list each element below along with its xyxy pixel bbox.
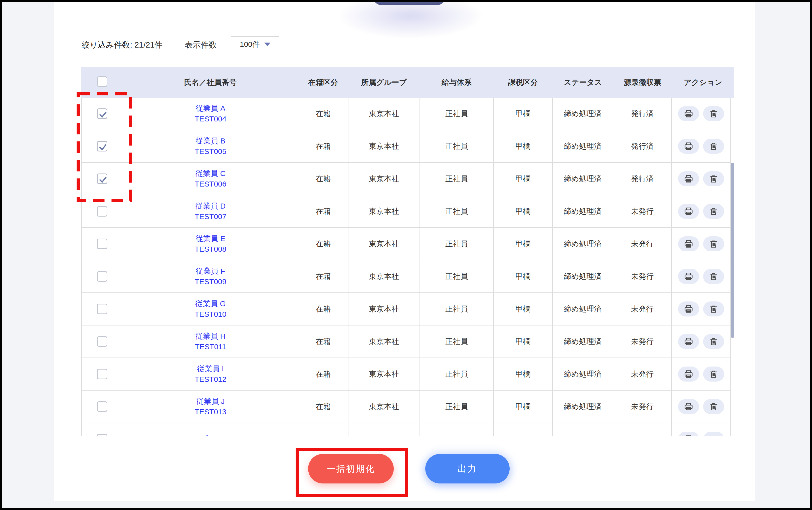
row-checkbox[interactable] <box>97 304 107 314</box>
employee-name-link[interactable]: 従業員 H <box>196 331 226 341</box>
enrollment-cell: 在籍 <box>298 325 348 358</box>
trash-icon <box>709 174 718 183</box>
print-button[interactable] <box>678 204 699 219</box>
employee-code-link[interactable]: TEST010 <box>195 309 227 319</box>
row-checkbox[interactable] <box>97 206 107 217</box>
salary-system-cell: 正社員 <box>420 97 494 130</box>
print-button[interactable] <box>678 302 699 316</box>
table-body: 従業員 A TEST004 在籍 東京本社 正社員 甲欄 締め処理済 発行済 <box>81 97 734 436</box>
withholding-cell: 発行済 <box>613 97 672 130</box>
delete-button[interactable] <box>703 106 724 121</box>
page-size-value: 100件 <box>240 39 260 50</box>
column-header: 在籍区分 <box>298 77 348 88</box>
employee-code-link[interactable]: TEST011 <box>195 341 226 352</box>
employee-table: 氏名／社員番号在籍区分所属グループ給与体系課税区分ステータス源泉徴収票アクション… <box>81 67 734 436</box>
salary-system-cell: 正社員 <box>420 195 494 227</box>
delete-button[interactable] <box>703 269 724 284</box>
employee-name-link[interactable]: 従業員 D <box>196 201 226 211</box>
page-size-dropdown[interactable]: 100件 <box>231 36 279 52</box>
row-checkbox[interactable] <box>97 173 107 184</box>
row-checkbox[interactable] <box>97 369 107 379</box>
tax-class-cell: 甲欄 <box>494 130 553 162</box>
delete-button[interactable] <box>703 236 724 251</box>
employee-name-link[interactable]: 従業員 G <box>195 299 226 309</box>
delete-button[interactable] <box>703 432 724 436</box>
select-all-checkbox[interactable] <box>97 76 107 87</box>
actions-cell <box>672 293 731 325</box>
salary-system-cell: 正社員 <box>420 325 494 358</box>
table-row: 従業員 G TEST010 在籍 東京本社 正社員 甲欄 締め処理済 未発行 <box>81 293 731 325</box>
delete-button[interactable] <box>703 399 724 414</box>
group-cell: 東京本社 <box>348 293 420 325</box>
column-header: アクション <box>672 77 734 88</box>
delete-button[interactable] <box>703 204 724 219</box>
row-checkbox[interactable] <box>97 336 107 347</box>
employee-name-link[interactable]: 従業員 E <box>196 233 225 244</box>
employee-name-link[interactable]: 従業員 F <box>196 266 225 276</box>
withholding-cell: 未発行 <box>613 260 672 292</box>
print-button[interactable] <box>678 432 699 436</box>
column-header: 氏名／社員番号 <box>123 77 298 88</box>
employee-code-link[interactable]: TEST012 <box>195 374 227 385</box>
withholding-cell: 未発行 <box>613 325 672 358</box>
enrollment-cell: 在籍 <box>298 130 348 162</box>
row-checkbox[interactable] <box>97 141 107 151</box>
employee-code-link[interactable]: TEST008 <box>195 244 227 254</box>
top-cropped-button[interactable] <box>373 2 445 5</box>
delete-button[interactable] <box>703 171 724 186</box>
print-button[interactable] <box>678 269 699 284</box>
employee-name-link[interactable]: 従業員 K <box>196 434 225 436</box>
employee-code-link[interactable]: TEST009 <box>195 276 227 287</box>
enrollment-cell: 在籍 <box>298 195 348 227</box>
delete-button[interactable] <box>703 139 724 154</box>
employee-name-link[interactable]: 従業員 J <box>196 396 225 406</box>
row-checkbox-cell <box>82 228 123 260</box>
print-button[interactable] <box>678 367 699 381</box>
printer-icon <box>684 402 694 412</box>
row-checkbox[interactable] <box>97 401 107 412</box>
employee-code-link[interactable]: TEST005 <box>195 146 227 157</box>
row-checkbox[interactable] <box>97 271 107 282</box>
tax-class-cell: 甲欄 <box>494 163 553 195</box>
print-button[interactable] <box>678 106 699 121</box>
employee-code-link[interactable]: TEST004 <box>195 114 227 124</box>
employee-code-link[interactable]: TEST006 <box>195 179 227 189</box>
employee-code-link[interactable]: TEST007 <box>195 211 227 222</box>
row-checkbox[interactable] <box>97 238 107 249</box>
row-checkbox[interactable] <box>97 434 107 436</box>
print-button[interactable] <box>678 399 699 414</box>
print-button[interactable] <box>678 334 699 349</box>
chevron-down-icon <box>264 42 270 46</box>
print-button[interactable] <box>678 171 699 186</box>
salary-system-cell: 正社員 <box>420 391 494 423</box>
enrollment-cell: 在籍 <box>298 97 348 130</box>
page-background: 絞り込み件数: 21/21件 表示件数 100件 氏名／社員番号在籍区分所属グル… <box>2 2 810 508</box>
print-button[interactable] <box>678 139 699 154</box>
table-scrollbar-thumb[interactable] <box>731 163 734 338</box>
printer-icon <box>684 141 694 151</box>
employee-name-link[interactable]: 従業員 A <box>196 103 225 114</box>
employee-name-link[interactable]: 従業員 I <box>197 364 224 374</box>
delete-button[interactable] <box>703 334 724 349</box>
employee-name-cell: 従業員 A TEST004 <box>123 97 298 130</box>
tax-class-cell: 甲欄 <box>494 325 553 358</box>
group-cell: 東京本社 <box>348 260 420 292</box>
print-button[interactable] <box>678 236 699 251</box>
group-cell: 東京本社 <box>348 195 420 227</box>
column-header: 課税区分 <box>494 77 552 88</box>
employee-code-link[interactable]: TEST013 <box>195 406 227 417</box>
salary-system-cell: 正社員 <box>420 163 494 195</box>
table-row: 従業員 B TEST005 在籍 東京本社 正社員 甲欄 締め処理済 発行済 <box>81 130 731 163</box>
delete-button[interactable] <box>703 367 724 381</box>
group-cell: 東京本社 <box>348 358 420 390</box>
actions-cell <box>672 195 731 227</box>
employee-name-link[interactable]: 従業員 B <box>196 136 225 146</box>
bulk-initialize-button[interactable]: 一括初期化 <box>308 454 394 483</box>
export-button[interactable]: 出力 <box>425 454 510 483</box>
trash-icon <box>709 434 718 436</box>
employee-name-link[interactable]: 従業員 C <box>196 168 226 179</box>
delete-button[interactable] <box>703 302 724 316</box>
row-checkbox[interactable] <box>97 108 107 119</box>
group-cell: 東京本社 <box>348 325 420 358</box>
employee-name-cell: 従業員 B TEST005 <box>123 130 298 162</box>
